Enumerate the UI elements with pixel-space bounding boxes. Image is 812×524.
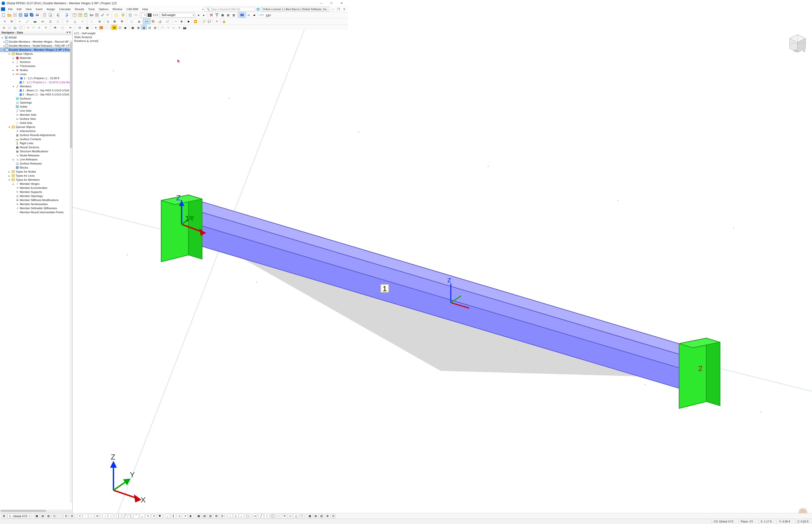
report-preview-button[interactable] xyxy=(48,12,53,18)
results-1-button[interactable]: 📊 xyxy=(156,18,164,24)
tree-thicknesses[interactable]: ▭Thicknesses xyxy=(0,64,72,68)
snap-line-button[interactable]: ─ xyxy=(173,18,179,24)
new-model-button[interactable] xyxy=(1,12,6,18)
tree-msupports[interactable]: ▽Member Supports xyxy=(0,190,72,194)
tree-nodal-rel[interactable]: ↘Nodal Releases xyxy=(0,153,72,158)
tree-sradjust[interactable]: ▥Surface Results Adjustments xyxy=(0,133,72,137)
save-button[interactable] xyxy=(23,12,29,18)
properties-button[interactable] xyxy=(18,12,23,18)
mdi-minimize[interactable]: ─ xyxy=(331,7,335,11)
3d-viewport[interactable]: Z 1 z 1 2 Z X Y LC1 xyxy=(72,30,348,225)
warn-button[interactable]: ⚠ xyxy=(171,25,176,31)
filter-1-button[interactable] xyxy=(214,12,220,18)
clip-button[interactable]: ✂ xyxy=(67,25,74,31)
tree-mdefstiff[interactable]: ⫽Member Definable Stiffnesses xyxy=(0,206,72,210)
minimize-button[interactable]: ─ xyxy=(316,0,326,6)
filter-3-button[interactable]: ▤ xyxy=(225,12,231,18)
model-history-button[interactable]: ⟲ xyxy=(9,18,14,24)
menu-view[interactable]: View xyxy=(23,7,34,11)
tree-blocks[interactable]: Blocks xyxy=(0,165,72,169)
anim-play-button[interactable]: ▶ xyxy=(186,18,191,24)
navigator-scrollbar[interactable] xyxy=(70,40,72,225)
toggle-grid-button[interactable] xyxy=(94,12,100,18)
keyword-search[interactable]: 🔍Type a keyword (Alt+Q) xyxy=(204,7,255,12)
menu-help[interactable]: Help xyxy=(140,7,150,11)
mdi-restore[interactable]: ❐ xyxy=(337,7,340,11)
panel-4-button[interactable]: ⊡ xyxy=(147,25,152,31)
hinge-button[interactable]: ○ xyxy=(79,18,86,24)
tree-nodes[interactable]: ▸Nodes xyxy=(0,68,72,72)
calc-button[interactable] xyxy=(83,12,88,18)
camera-screenshot-button[interactable]: 📷 xyxy=(182,25,187,31)
generate-button[interactable]: ✦ xyxy=(93,25,99,31)
fe-mesh-button[interactable]: ▦ xyxy=(84,25,91,31)
comment-button[interactable]: 💬 xyxy=(206,18,212,24)
tree-mnonlin[interactable]: ∿Member Nonlinearities xyxy=(0,202,72,206)
report-button[interactable] xyxy=(42,12,48,18)
show-loads-button[interactable] xyxy=(128,12,133,18)
filter-2-button[interactable]: ▦ xyxy=(220,12,225,18)
panel-5-button[interactable]: ⊟ xyxy=(152,25,158,31)
menu-cadbim[interactable]: CAD-BIM xyxy=(124,7,140,11)
tree-scontacts[interactable]: ▬Surface Contacts xyxy=(0,137,72,141)
load-case-combo[interactable]: Self-weight xyxy=(159,13,195,17)
view-persp-button[interactable]: ◫ xyxy=(12,25,18,31)
new-surface-button[interactable]: ▭ xyxy=(39,18,47,24)
numbering-button[interactable]: ⋮⋮ xyxy=(106,25,112,31)
cancel-selection-button[interactable]: ⊘ xyxy=(1,25,6,31)
solid-button[interactable]: ▰ xyxy=(252,12,257,18)
tree-file-3-selected[interactable]: ▾Double Members - Member Hinges 3.rf6* |… xyxy=(0,48,72,52)
new-solid-button[interactable]: ⬚ xyxy=(54,18,62,24)
tree-mstiff[interactable]: ≋Member Stiffness Modifications xyxy=(0,198,72,202)
tree-line-1[interactable]: 1 - 1,2 | Polyline | L : 10.00 ft xyxy=(0,76,72,80)
dimension-1-button[interactable] xyxy=(259,12,265,18)
new-line-button[interactable]: ／ xyxy=(23,18,31,24)
new-opening-button[interactable]: ◻ xyxy=(47,18,54,24)
maximize-button[interactable]: ☐ xyxy=(326,0,337,6)
show-local-button[interactable]: x̂ xyxy=(42,25,50,31)
tree-rigid[interactable]: ║Rigid Links xyxy=(0,141,72,145)
navigator-tree[interactable]: ▾RFEM ▸Double Members - Member Hinges - … xyxy=(0,35,72,225)
panel-2-button[interactable]: ⊞ xyxy=(135,25,141,31)
display-mode-button[interactable] xyxy=(238,12,246,18)
dimension-2-button[interactable]: x̲x̲x xyxy=(265,12,272,18)
tree-intersections[interactable]: ⤫Intersections xyxy=(0,129,72,133)
menu-insert[interactable]: Insert xyxy=(34,7,45,11)
fe-settings-button[interactable]: ⚙ xyxy=(118,18,126,24)
app-menu-icon[interactable] xyxy=(1,7,5,11)
tree-types-nodes[interactable]: ▸Types for Nodes xyxy=(0,169,72,174)
tree-sections[interactable]: ▸⌶Sections xyxy=(0,60,72,64)
menu-options[interactable]: Options xyxy=(97,7,111,11)
cross-section-button[interactable]: ⌸ xyxy=(105,18,111,24)
menu-calculate[interactable]: Calculate xyxy=(57,7,73,11)
tree-file-2[interactable]: ▸Double Members - Nodal Releases - FAQ.r… xyxy=(0,44,72,48)
tree-members[interactable]: ▾╱Members xyxy=(0,84,72,88)
tree-mhinges[interactable]: ▸○Member Hinges xyxy=(0,182,72,186)
tree-openings[interactable]: ◻Openings xyxy=(0,100,72,104)
number-mode-button[interactable]: 10 xyxy=(76,25,84,31)
tree-lines[interactable]: ▾Lines xyxy=(0,72,72,76)
model-check-button[interactable] xyxy=(100,12,105,18)
tables-input-button[interactable] xyxy=(72,12,78,18)
menu-tools[interactable]: Tools xyxy=(86,7,97,11)
redo-button[interactable] xyxy=(63,12,70,18)
undo-button[interactable] xyxy=(55,12,63,18)
snapshot-button[interactable]: ◉ xyxy=(122,25,128,31)
navigator-close-button[interactable]: ✕ xyxy=(68,31,71,34)
tree-special-objects[interactable]: ▾Special Objects xyxy=(0,125,72,129)
snap-on-button[interactable]: ⊕ xyxy=(179,18,184,24)
tables-results-button[interactable] xyxy=(78,12,83,18)
tree-mecc[interactable]: ↗Member Eccentricities xyxy=(0,186,72,190)
anim-settings-button[interactable]: ⏩ xyxy=(191,18,199,24)
results-2-button[interactable]: 📈 xyxy=(164,18,171,24)
tree-surfaces[interactable]: Surfaces xyxy=(0,97,72,100)
tree-root[interactable]: ▾RFEM xyxy=(0,35,72,39)
filter-clear-button[interactable] xyxy=(208,12,214,18)
tree-file-1[interactable]: ▸Double Members - Member Hinges - Record… xyxy=(0,39,72,44)
menu-file[interactable]: File xyxy=(6,7,15,11)
tree-linesets[interactable]: ╱Line Sets xyxy=(0,109,72,113)
tree-mopenings[interactable]: ◻Member Openings xyxy=(0,194,72,198)
visibility-button[interactable]: 👁 xyxy=(51,25,59,31)
tree-membersets[interactable]: ≡Member Sets xyxy=(0,113,72,117)
js-button[interactable]: JS xyxy=(112,25,117,31)
